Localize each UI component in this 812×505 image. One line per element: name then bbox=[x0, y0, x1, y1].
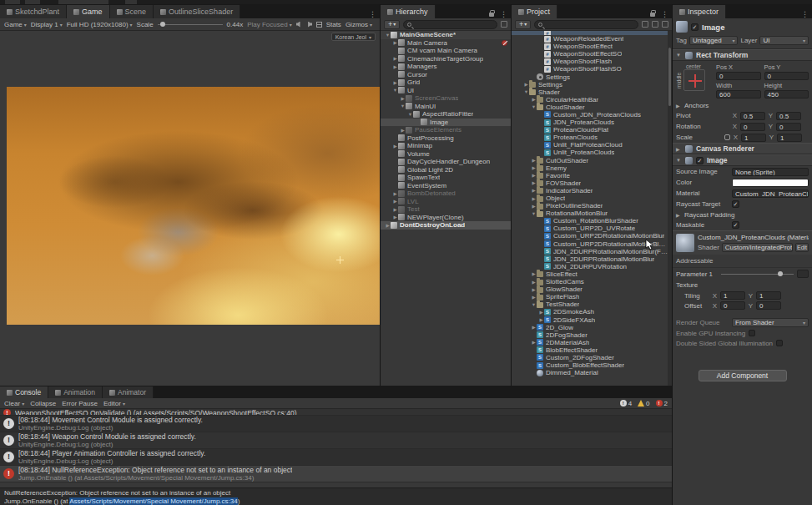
project-row[interactable]: Shader bbox=[512, 88, 668, 96]
create-object-button[interactable]: +▾ bbox=[384, 20, 400, 29]
favorites-icon[interactable] bbox=[662, 21, 668, 28]
scale-x-field[interactable]: 1 bbox=[741, 134, 766, 142]
gpu-instancing-checkbox[interactable] bbox=[749, 330, 755, 336]
hierarchy-row[interactable]: LVL bbox=[381, 198, 511, 206]
project-row[interactable]: Favorite bbox=[512, 172, 668, 179]
project-row[interactable]: PixelOutlineShader bbox=[512, 202, 668, 210]
pos-y-field[interactable]: 0 bbox=[764, 72, 809, 80]
expand-arrow-icon[interactable] bbox=[392, 191, 398, 196]
bottom-tab[interactable]: Console bbox=[0, 386, 48, 398]
tab-inspector[interactable]: Inspector bbox=[673, 5, 726, 18]
raycast-padding-foldout[interactable]: ▶ Raycast Padding bbox=[673, 210, 812, 220]
project-row[interactable]: WeaponShootFlashSO bbox=[512, 65, 668, 73]
expand-arrow-icon[interactable] bbox=[538, 310, 544, 315]
hierarchy-row[interactable]: AspectRatioFitter bbox=[381, 110, 511, 119]
source-image-field[interactable]: None (Sprite) bbox=[732, 168, 809, 176]
tiling-y-field[interactable]: 1 bbox=[756, 291, 781, 300]
expand-arrow-icon[interactable] bbox=[400, 104, 406, 109]
console-log-row[interactable]: [08:18:44] Player Animation Controller i… bbox=[0, 449, 672, 466]
hierarchy-row[interactable]: Volume bbox=[381, 150, 511, 159]
hierarchy-row[interactable]: Cursor bbox=[381, 71, 511, 79]
project-row[interactable]: Dimmed_Material bbox=[512, 369, 668, 376]
project-row[interactable]: Custom_2DFogShader bbox=[512, 354, 668, 361]
rotation-y-field[interactable]: 0 bbox=[776, 123, 801, 131]
console-log-row[interactable]: [08:18:44] Movement Control Module is as… bbox=[0, 416, 672, 432]
rotation-x-field[interactable]: 0 bbox=[740, 123, 765, 131]
project-row[interactable]: SpriteFlash bbox=[512, 293, 668, 300]
mute-audio-icon[interactable] bbox=[296, 22, 302, 28]
material-field[interactable]: Custom_JDN_ProteanClo bbox=[732, 189, 809, 198]
project-row[interactable]: WeaponShootEffectSO bbox=[512, 50, 668, 58]
hierarchy-row[interactable]: Grid bbox=[381, 78, 511, 87]
expand-arrow-icon[interactable] bbox=[531, 196, 537, 201]
collapse-toggle[interactable]: Collapse bbox=[30, 400, 56, 407]
gameobject-name[interactable]: Image bbox=[702, 23, 724, 32]
expand-arrow-icon[interactable] bbox=[392, 80, 398, 85]
hierarchy-row[interactable]: EventSystem bbox=[381, 182, 511, 190]
double-sided-gi-checkbox[interactable] bbox=[776, 340, 783, 346]
expand-arrow-icon[interactable] bbox=[385, 33, 391, 38]
anchor-preset-button[interactable] bbox=[683, 69, 705, 91]
expand-arrow-icon[interactable] bbox=[531, 271, 537, 276]
project-row[interactable]: 2DFogShader bbox=[512, 331, 668, 339]
project-row[interactable]: Enemy bbox=[512, 164, 668, 172]
expand-arrow-icon[interactable] bbox=[523, 82, 529, 87]
foldout-arrow-icon[interactable]: ▼ bbox=[676, 53, 682, 58]
hierarchy-row[interactable]: CM vcam Main Camera bbox=[381, 47, 511, 55]
tag-dropdown[interactable]: Untagged▾ bbox=[689, 36, 739, 45]
hierarchy-row[interactable]: MainGameScene* bbox=[381, 31, 511, 39]
project-row[interactable]: ProteanCloudsFlat bbox=[512, 126, 668, 134]
panel-menu-icon[interactable]: ⋮ bbox=[366, 10, 380, 18]
hierarchy-row[interactable]: Minimap bbox=[381, 142, 511, 150]
error-pause-toggle[interactable]: Error Pause bbox=[62, 400, 98, 407]
project-row[interactable]: 2DSmokeAsh bbox=[512, 308, 668, 316]
info-count-toggle[interactable]: 4 bbox=[620, 400, 632, 407]
gizmos-dropdown[interactable]: Gizmos▾ bbox=[345, 21, 372, 28]
height-field[interactable]: 450 bbox=[764, 90, 809, 98]
project-row[interactable]: JDN_2DURPUVRotation bbox=[512, 263, 668, 270]
project-row[interactable]: Unlit_FlatProteanCloud bbox=[512, 141, 668, 149]
display-dropdown[interactable]: Display 1▾ bbox=[31, 21, 63, 28]
project-row[interactable]: JDN_2DURPRotationalMotionBlur bbox=[512, 255, 668, 263]
project-row[interactable]: BlobEffectShader bbox=[512, 346, 668, 354]
project-row[interactable]: JDN_ProteanClouds bbox=[512, 119, 668, 126]
expand-arrow-icon[interactable] bbox=[531, 340, 537, 345]
expand-arrow-icon[interactable] bbox=[392, 64, 398, 69]
vsync-icon[interactable] bbox=[306, 22, 312, 28]
stacktrace-file-link[interactable]: Assets/Scripts/Movement/Special Movement… bbox=[69, 497, 237, 505]
hierarchy-row[interactable]: PostProcessing bbox=[381, 134, 511, 143]
color-swatch[interactable] bbox=[732, 179, 809, 187]
view-tab[interactable]: SketchdPlant bbox=[0, 5, 67, 18]
scale-slider-knob[interactable] bbox=[160, 22, 165, 27]
tab-hierarchy[interactable]: Hierarchy bbox=[381, 5, 436, 18]
hierarchy-row[interactable]: SpawnText bbox=[381, 174, 511, 182]
project-row[interactable]: Custom_URP2D_UVRotate bbox=[512, 225, 668, 232]
canvas-renderer-header[interactable]: ▶ Canvas Renderer bbox=[673, 143, 812, 154]
project-row[interactable]: Custom_BlobEffectShader bbox=[512, 361, 668, 369]
pos-x-field[interactable]: 0 bbox=[716, 72, 761, 80]
anchors-foldout[interactable]: ▶ Anchors bbox=[673, 100, 812, 110]
editor-dropdown[interactable]: Editor▾ bbox=[103, 400, 125, 407]
project-search-input[interactable] bbox=[534, 20, 638, 29]
scale-slider[interactable] bbox=[158, 24, 223, 25]
hierarchy-row[interactable]: Main Camera bbox=[381, 39, 511, 48]
project-row[interactable]: SlottedCams bbox=[512, 278, 668, 285]
component-enabled-checkbox[interactable]: ✓ bbox=[696, 157, 704, 164]
project-row[interactable]: CircularHealthBar bbox=[512, 96, 668, 104]
project-row[interactable]: 2D_Glow bbox=[512, 324, 668, 331]
scale-y-field[interactable]: 1 bbox=[777, 134, 802, 142]
hierarchy-row[interactable]: Managers bbox=[381, 63, 511, 71]
view-tab[interactable]: Scene bbox=[110, 5, 154, 18]
expand-arrow-icon[interactable] bbox=[523, 89, 529, 94]
project-row[interactable]: 2DMaterialAsh bbox=[512, 339, 668, 346]
render-queue-dropdown[interactable]: From Shader▾ bbox=[732, 318, 809, 327]
hierarchy-row[interactable]: DayCycleHandler_Dungeon bbox=[381, 158, 511, 166]
expand-arrow-icon[interactable] bbox=[531, 97, 537, 102]
expand-arrow-icon[interactable] bbox=[531, 188, 537, 193]
bottom-tab[interactable]: Animator bbox=[103, 386, 154, 398]
project-row[interactable]: Custom_RotationBlurShader bbox=[512, 217, 668, 225]
hierarchy-row[interactable]: DontDestroyOnLoad bbox=[381, 221, 511, 230]
search-by-type-icon[interactable] bbox=[642, 21, 648, 28]
link-scale-icon[interactable] bbox=[724, 134, 730, 140]
project-row[interactable]: TestShader bbox=[512, 300, 668, 308]
